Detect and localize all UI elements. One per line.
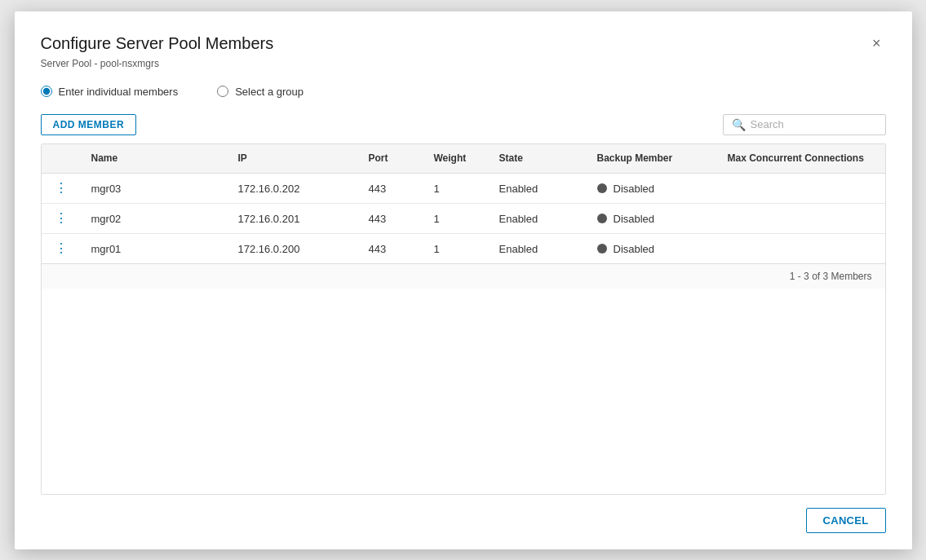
radio-group-label: Select a group	[235, 86, 303, 98]
backup-status-dot	[597, 244, 607, 254]
row-weight: 1	[424, 174, 490, 204]
radio-select-group[interactable]: Select a group	[217, 86, 303, 98]
row-menu-cell: ⋮	[42, 204, 82, 234]
table-footer: 1 - 3 of 3 Members	[42, 263, 885, 289]
row-menu-cell: ⋮	[42, 234, 82, 264]
row-state: Enabled	[490, 174, 587, 204]
row-max	[718, 174, 885, 204]
row-port: 443	[359, 174, 424, 204]
row-max	[718, 234, 885, 264]
search-input[interactable]	[751, 118, 877, 130]
row-backup: Disabled	[587, 204, 718, 234]
row-weight: 1	[424, 234, 490, 264]
close-button[interactable]: ×	[867, 34, 886, 52]
row-port: 443	[359, 234, 424, 264]
toolbar: ADD MEMBER 🔍	[41, 114, 886, 135]
col-header-name: Name	[82, 144, 228, 174]
radio-group: Enter individual members Select a group	[41, 86, 886, 98]
backup-status-label: Disabled	[614, 243, 655, 255]
row-ip: 172.16.0.200	[228, 234, 359, 264]
radio-individual-input[interactable]	[41, 86, 52, 97]
col-header-ip: IP	[228, 144, 359, 174]
backup-status-dot	[597, 214, 607, 223]
col-header-max: Max Concurrent Connections	[718, 144, 885, 174]
table-row: ⋮ mgr03 172.16.0.202 443 1 Enabled Disab…	[42, 174, 885, 204]
row-name: mgr03	[82, 174, 228, 204]
row-ip: 172.16.0.201	[228, 204, 359, 234]
add-member-button[interactable]: ADD MEMBER	[41, 114, 137, 135]
row-max	[718, 204, 885, 234]
radio-group-input[interactable]	[217, 86, 228, 97]
col-header-backup: Backup Member	[587, 144, 718, 174]
row-port: 443	[359, 204, 424, 234]
row-name: mgr01	[82, 234, 228, 264]
members-table-container: Name IP Port Weight State Backup Member …	[41, 143, 886, 495]
table-row: ⋮ mgr02 172.16.0.201 443 1 Enabled Disab…	[42, 204, 885, 234]
row-menu-button[interactable]: ⋮	[51, 242, 72, 255]
search-icon: 🔍	[732, 118, 746, 131]
row-weight: 1	[424, 204, 490, 234]
configure-server-pool-dialog: Configure Server Pool Members × Server P…	[15, 11, 912, 549]
row-state: Enabled	[490, 234, 587, 264]
row-menu-cell: ⋮	[42, 174, 82, 204]
col-header-port: Port	[359, 144, 424, 174]
radio-individual-label: Enter individual members	[59, 86, 179, 98]
table-header-row: Name IP Port Weight State Backup Member …	[42, 144, 885, 174]
backup-status-label: Disabled	[614, 183, 655, 195]
radio-enter-individual[interactable]: Enter individual members	[41, 86, 179, 98]
row-backup: Disabled	[587, 234, 718, 264]
members-table: Name IP Port Weight State Backup Member …	[42, 144, 885, 264]
table-row: ⋮ mgr01 172.16.0.200 443 1 Enabled Disab…	[42, 234, 885, 264]
cancel-button[interactable]: CANCEL	[806, 508, 886, 533]
search-box: 🔍	[723, 114, 886, 135]
col-header-menu	[42, 144, 82, 174]
dialog-footer: CANCEL	[41, 495, 886, 549]
row-state: Enabled	[490, 204, 587, 234]
dialog-header: Configure Server Pool Members ×	[41, 34, 886, 53]
row-menu-button[interactable]: ⋮	[51, 212, 72, 225]
backup-status-dot	[597, 183, 607, 193]
dialog-subtitle: Server Pool - pool-nsxmgrs	[41, 58, 886, 69]
dialog-title: Configure Server Pool Members	[41, 34, 274, 53]
row-ip: 172.16.0.202	[228, 174, 359, 204]
row-name: mgr02	[82, 204, 228, 234]
col-header-weight: Weight	[424, 144, 490, 174]
backup-status-label: Disabled	[614, 213, 655, 225]
row-menu-button[interactable]: ⋮	[51, 182, 72, 195]
row-backup: Disabled	[587, 174, 718, 204]
col-header-state: State	[490, 144, 587, 174]
